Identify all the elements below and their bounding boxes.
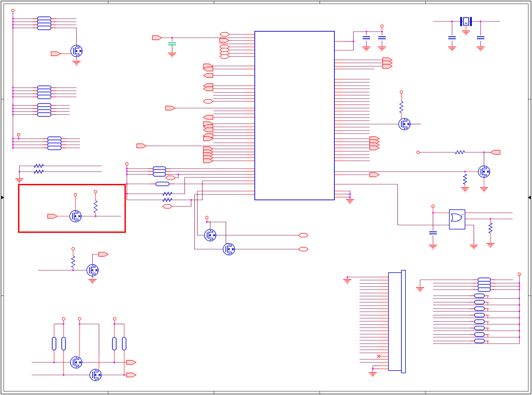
wire[interactable] <box>207 222 210 229</box>
ground-symbol[interactable] <box>480 188 488 192</box>
resistor[interactable] <box>52 337 56 350</box>
net-label-out[interactable] <box>137 144 146 148</box>
mosfet[interactable] <box>70 357 82 368</box>
ground-symbol[interactable] <box>429 245 437 249</box>
wire-red[interactable] <box>484 341 488 344</box>
resistor[interactable] <box>33 26 56 30</box>
net-label-in[interactable] <box>491 150 500 154</box>
power-pin[interactable] <box>78 317 81 320</box>
resistor[interactable] <box>33 95 56 99</box>
power-pin[interactable] <box>17 133 20 136</box>
ground-symbol[interactable] <box>343 279 351 284</box>
net-label-out[interactable] <box>152 36 162 40</box>
wire-red[interactable] <box>484 302 488 305</box>
wire[interactable] <box>469 225 474 244</box>
resistor-zigzag[interactable] <box>34 164 44 168</box>
power-pin[interactable] <box>74 193 77 196</box>
wire[interactable] <box>344 32 382 50</box>
resistor-zigzag[interactable] <box>455 151 465 154</box>
resistor-zigzag[interactable] <box>34 170 44 173</box>
power-pin[interactable] <box>432 205 434 208</box>
mosfet[interactable] <box>399 118 410 130</box>
resistor-zigzag[interactable] <box>163 198 172 202</box>
net-label-bidir[interactable] <box>166 176 175 180</box>
power-pin[interactable] <box>126 162 128 165</box>
wire-red[interactable] <box>484 328 488 331</box>
wire[interactable] <box>344 191 350 199</box>
wire[interactable] <box>172 200 191 206</box>
net-label-out[interactable] <box>127 373 136 377</box>
resistor-zigzag[interactable] <box>94 201 97 213</box>
resistor-zigzag[interactable] <box>463 174 467 184</box>
ground-symbol[interactable] <box>88 279 97 284</box>
highlight-box[interactable] <box>19 185 125 232</box>
wire[interactable] <box>13 28 77 45</box>
mosfet[interactable] <box>204 229 216 241</box>
resistor[interactable] <box>470 294 489 298</box>
power-pin[interactable] <box>113 317 116 320</box>
resistor[interactable] <box>470 333 489 337</box>
ground-symbol[interactable] <box>477 47 485 51</box>
net-label-bidir[interactable] <box>163 205 172 208</box>
capacitor[interactable] <box>477 37 484 39</box>
capacitor[interactable] <box>168 43 176 45</box>
net-label-out[interactable] <box>127 360 136 364</box>
logic-gate[interactable] <box>449 210 465 229</box>
wire[interactable] <box>465 152 484 166</box>
net-label-out[interactable] <box>166 106 175 110</box>
capacitor[interactable] <box>429 232 437 234</box>
main-ic[interactable] <box>255 31 334 200</box>
wire[interactable] <box>127 177 246 194</box>
mosfet[interactable] <box>478 166 490 177</box>
power-pin[interactable] <box>417 151 419 154</box>
resistor[interactable] <box>470 307 489 311</box>
power-pin[interactable] <box>518 273 521 276</box>
capacitor[interactable] <box>448 37 456 39</box>
net-label-bidir[interactable] <box>203 100 213 103</box>
net-label-out[interactable] <box>370 173 379 177</box>
net-label-out[interactable] <box>99 252 108 256</box>
wire-red[interactable] <box>484 334 488 337</box>
mosfet[interactable] <box>90 369 101 381</box>
resistor-zigzag[interactable] <box>489 223 492 233</box>
resistor[interactable] <box>122 337 126 350</box>
power-pin[interactable] <box>400 91 403 93</box>
mosfet[interactable] <box>70 210 81 222</box>
schematic-canvas[interactable] <box>0 0 532 395</box>
net-label-in[interactable] <box>203 73 213 78</box>
connector[interactable] <box>388 270 405 373</box>
power-pin[interactable] <box>205 216 208 219</box>
power-pin[interactable] <box>381 25 383 28</box>
ground-symbol[interactable] <box>470 245 478 249</box>
ground-symbol[interactable] <box>15 179 23 183</box>
net-label-out[interactable] <box>203 159 213 163</box>
resistor[interactable] <box>113 337 116 350</box>
net-label-bidir[interactable] <box>220 33 229 36</box>
resistor[interactable] <box>470 313 489 317</box>
wire-red[interactable] <box>484 296 488 298</box>
wire[interactable] <box>197 191 246 235</box>
net-label-out[interactable] <box>51 52 61 56</box>
resistor-zigzag[interactable] <box>163 192 172 195</box>
ground-symbol[interactable] <box>378 47 386 51</box>
ground-symbol[interactable] <box>462 31 470 35</box>
wire-red[interactable] <box>484 315 488 318</box>
capacitor[interactable] <box>378 37 386 39</box>
resistor[interactable] <box>62 337 66 350</box>
power-pin[interactable] <box>12 9 14 12</box>
resistor[interactable] <box>470 320 489 324</box>
ground-symbol[interactable] <box>346 200 354 204</box>
power-pin[interactable] <box>94 190 97 193</box>
net-label-bidir[interactable] <box>299 247 308 251</box>
ground-symbol[interactable] <box>448 47 456 51</box>
wire-red[interactable] <box>484 322 488 324</box>
resistor-zigzag[interactable] <box>71 256 75 268</box>
resistor[interactable] <box>470 300 489 304</box>
net-label-out[interactable] <box>48 214 57 218</box>
resistor[interactable] <box>470 326 489 330</box>
mosfet[interactable] <box>223 243 235 255</box>
net-label-bidir[interactable] <box>299 234 308 237</box>
ground-symbol[interactable] <box>461 188 469 192</box>
resistor-zigzag[interactable] <box>400 101 403 113</box>
net-label-out[interactable] <box>383 64 392 68</box>
